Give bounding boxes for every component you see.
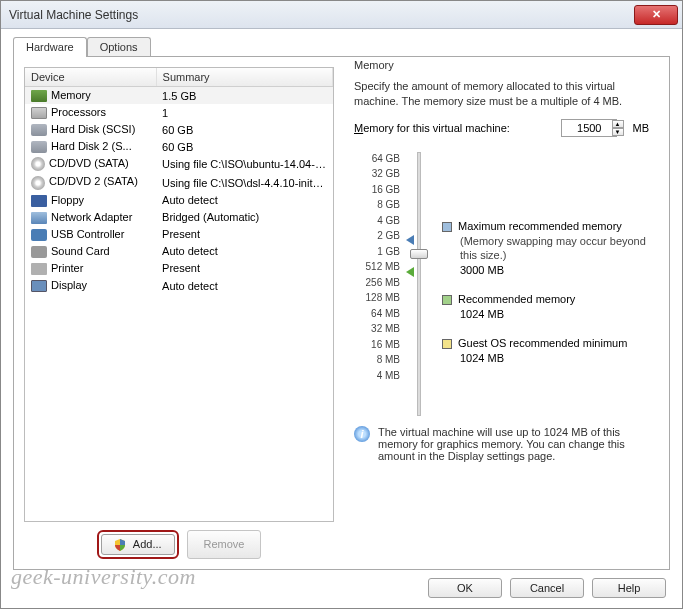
scale-label: 32 MB — [354, 321, 400, 337]
memory-group: Memory Specify the amount of memory allo… — [344, 67, 659, 559]
legend-max-swatch — [442, 222, 452, 232]
device-name: CD/DVD 2 (SATA) — [49, 175, 138, 187]
legend-min-swatch — [442, 339, 452, 349]
scale-label: 512 MB — [354, 259, 400, 275]
uac-shield-icon — [114, 539, 126, 551]
spin-up[interactable]: ▲ — [612, 120, 624, 128]
ok-button[interactable]: OK — [428, 578, 502, 598]
add-button[interactable]: Add... — [101, 534, 175, 555]
device-summary: 60 GB — [156, 138, 332, 155]
memory-info-text: The virtual machine will use up to 1024 … — [378, 426, 649, 462]
spin-down[interactable]: ▼ — [612, 128, 624, 136]
device-name: Display — [51, 279, 87, 291]
device-row[interactable]: Processors1 — [25, 104, 333, 121]
memory-scale-labels: 64 GB32 GB16 GB8 GB4 GB2 GB1 GB512 MB256… — [354, 149, 400, 416]
memory-info: i The virtual machine will use up to 102… — [354, 426, 649, 462]
scale-label: 1 GB — [354, 244, 400, 260]
tab-panel: Device Summary Memory1.5 GBProcessors1Ha… — [13, 56, 670, 570]
col-summary-header[interactable]: Summary — [156, 68, 332, 87]
device-summary: Auto detect — [156, 243, 332, 260]
settings-window: Virtual Machine Settings ✕ Hardware Opti… — [0, 0, 683, 609]
device-row[interactable]: CD/DVD (SATA)Using file C:\ISO\ubuntu-14… — [25, 155, 333, 173]
scale-label: 2 GB — [354, 228, 400, 244]
device-name: USB Controller — [51, 228, 124, 240]
scale-label: 8 MB — [354, 352, 400, 368]
device-row[interactable]: FloppyAuto detect — [25, 192, 333, 209]
scale-label: 32 GB — [354, 166, 400, 182]
memory-description: Specify the amount of memory allocated t… — [354, 79, 649, 109]
memory-column: Memory Specify the amount of memory allo… — [344, 67, 659, 559]
device-name: Hard Disk (SCSI) — [51, 123, 135, 135]
device-summary: Auto detect — [156, 192, 332, 209]
window-title: Virtual Machine Settings — [9, 8, 634, 22]
cd-icon — [31, 176, 45, 190]
memory-input[interactable] — [561, 119, 617, 137]
scale-label: 16 GB — [354, 182, 400, 198]
device-summary: Using file C:\ISO\dsl-4.4.10-initrd.... — [156, 173, 332, 191]
memory-field-row: Memory for this virtual machine: ▲ ▼ MB — [354, 119, 649, 137]
scale-label: 8 GB — [354, 197, 400, 213]
device-buttons: Add... Remove — [24, 530, 334, 559]
device-summary: Using file C:\ISO\ubuntu-14.04-d... — [156, 155, 332, 173]
tabs: Hardware Options — [13, 37, 670, 57]
cd-icon — [31, 157, 45, 171]
scale-label: 128 MB — [354, 290, 400, 306]
content: Hardware Options Device Summary Memory1.… — [1, 29, 682, 608]
scale-label: 4 GB — [354, 213, 400, 229]
device-row[interactable]: USB ControllerPresent — [25, 226, 333, 243]
add-button-label: Add... — [133, 538, 162, 550]
help-button[interactable]: Help — [592, 578, 666, 598]
device-row[interactable]: PrinterPresent — [25, 260, 333, 277]
info-icon: i — [354, 426, 370, 442]
remove-button: Remove — [187, 530, 261, 559]
scale-label: 4 MB — [354, 368, 400, 384]
device-row[interactable]: Memory1.5 GB — [25, 87, 333, 105]
snd-icon — [31, 246, 47, 258]
memory-group-label: Memory — [350, 59, 398, 71]
cancel-button[interactable]: Cancel — [510, 578, 584, 598]
device-row[interactable]: Hard Disk (SCSI)60 GB — [25, 121, 333, 138]
device-name: Floppy — [51, 194, 84, 206]
device-name: Processors — [51, 106, 106, 118]
close-button[interactable]: ✕ — [634, 5, 678, 25]
col-device-header[interactable]: Device — [25, 68, 156, 87]
device-summary: 1 — [156, 104, 332, 121]
scale-label: 256 MB — [354, 275, 400, 291]
scale-label: 64 MB — [354, 306, 400, 322]
slider-thumb[interactable] — [410, 249, 428, 259]
memory-unit: MB — [633, 122, 650, 134]
usb-icon — [31, 229, 47, 241]
close-icon: ✕ — [652, 8, 661, 21]
device-row[interactable]: DisplayAuto detect — [25, 277, 333, 294]
device-name: Hard Disk 2 (S... — [51, 140, 132, 152]
hd-icon — [31, 124, 47, 136]
device-row[interactable]: CD/DVD 2 (SATA)Using file C:\ISO\dsl-4.4… — [25, 173, 333, 191]
device-summary: 60 GB — [156, 121, 332, 138]
mem-icon — [31, 90, 47, 102]
device-row[interactable]: Hard Disk 2 (S...60 GB — [25, 138, 333, 155]
spinner-buttons: ▲ ▼ — [612, 120, 624, 136]
marker-recommended-icon — [406, 267, 414, 277]
device-list[interactable]: Device Summary Memory1.5 GBProcessors1Ha… — [24, 67, 334, 522]
memory-slider-area: 64 GB32 GB16 GB8 GB4 GB2 GB1 GB512 MB256… — [354, 149, 649, 416]
scale-label: 64 GB — [354, 151, 400, 167]
legend-recommended: Recommended memory 1024 MB — [438, 292, 649, 322]
memory-slider[interactable] — [408, 149, 430, 416]
device-name: Printer — [51, 262, 83, 274]
scale-label: 16 MB — [354, 337, 400, 353]
legend-min: Guest OS recommended minimum 1024 MB — [438, 336, 649, 366]
device-name: CD/DVD (SATA) — [49, 157, 129, 169]
titlebar[interactable]: Virtual Machine Settings ✕ — [1, 1, 682, 29]
device-summary: Present — [156, 226, 332, 243]
add-button-highlight: Add... — [97, 530, 179, 559]
prn-icon — [31, 263, 47, 275]
tab-options[interactable]: Options — [87, 37, 151, 57]
memory-spinner[interactable]: ▲ ▼ — [561, 119, 625, 137]
device-row[interactable]: Network AdapterBridged (Automatic) — [25, 209, 333, 226]
device-column: Device Summary Memory1.5 GBProcessors1Ha… — [24, 67, 334, 559]
net-icon — [31, 212, 47, 224]
dialog-footer: OK Cancel Help — [13, 570, 670, 598]
tab-hardware[interactable]: Hardware — [13, 37, 87, 57]
device-row[interactable]: Sound CardAuto detect — [25, 243, 333, 260]
device-name: Network Adapter — [51, 211, 132, 223]
